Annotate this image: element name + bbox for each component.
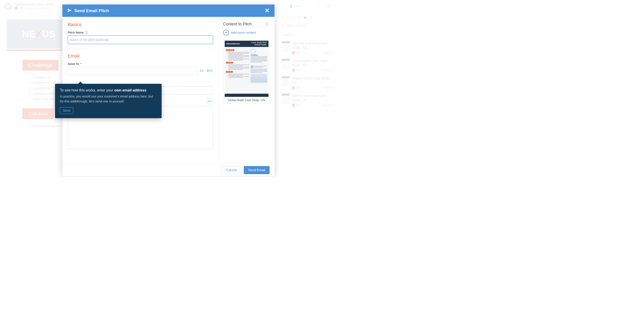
close-modal-button[interactable]: ✕ [265, 7, 270, 14]
add-more-content-button[interactable]: + Add more content [223, 30, 270, 36]
send-to-input[interactable] [68, 67, 198, 76]
tool-source-button[interactable]: </> [206, 98, 213, 104]
pitch-name-input[interactable] [68, 36, 213, 44]
cc-link[interactable]: CC [200, 69, 204, 72]
pitch-content-name: Global Health Case Study - EN [225, 97, 268, 102]
content-to-pitch-panel: Content to Pitch 1 + Add more content NE… [218, 17, 274, 164]
email-heading: Email [68, 53, 213, 59]
walkthrough-done-button[interactable]: Done [60, 107, 73, 114]
modal-overlay: Send Email Pitch ✕ Basics Pitch Name i E… [0, 0, 337, 177]
tooltip-body: In practice, you would use your customer… [60, 94, 157, 104]
content-to-pitch-heading: Content to Pitch [223, 22, 252, 27]
send-email-button[interactable]: Send Email [244, 166, 270, 174]
plus-icon: + [223, 30, 229, 36]
bcc-link[interactable]: BCC [207, 69, 213, 72]
pitch-content-card[interactable]: NEXUSPATH Case Study Brief Global Health… [223, 39, 270, 104]
tooltip-title: To see how this works, enter your own em… [60, 88, 157, 92]
globe-icon [250, 49, 256, 54]
modal-header: Send Email Pitch ✕ [62, 5, 274, 17]
paper-plane-icon [67, 8, 72, 14]
basics-heading: Basics [68, 22, 213, 27]
modal-title: Send Email Pitch [74, 8, 109, 13]
doc-preview: NEXUSPATH Case Study Brief Global Health… [225, 41, 268, 97]
pitch-name-label: Pitch Name i [68, 31, 213, 34]
cancel-button[interactable]: Cancel [222, 166, 241, 174]
send-to-label: Send To* [68, 62, 213, 66]
walkthrough-tooltip: To see how this works, enter your own em… [55, 84, 162, 118]
content-count-badge: 1 [264, 23, 270, 26]
modal-footer: Cancel Send Email [62, 164, 274, 176]
info-icon[interactable]: i [85, 31, 88, 34]
